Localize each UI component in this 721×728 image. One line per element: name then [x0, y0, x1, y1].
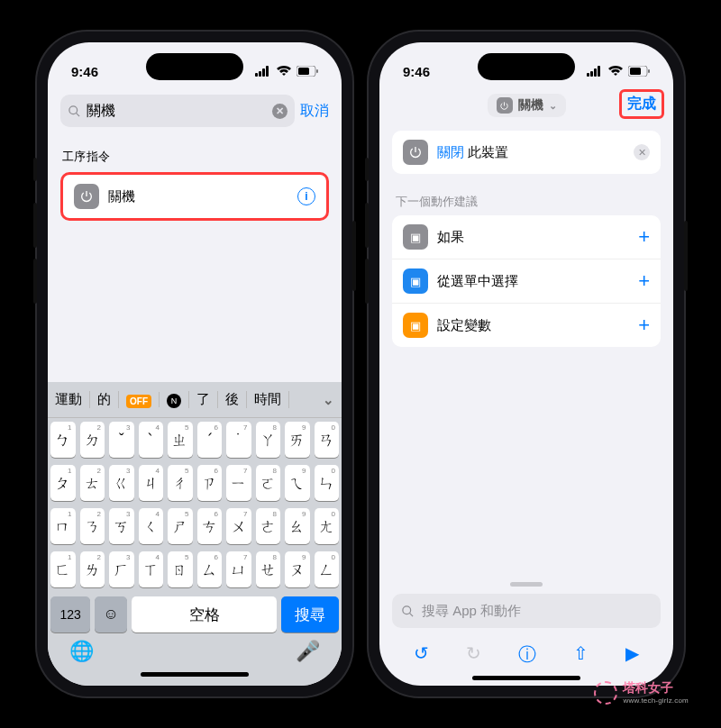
- key[interactable]: ㄩ7: [226, 551, 251, 587]
- info-button[interactable]: i: [297, 187, 315, 205]
- key[interactable]: ㄟ9: [285, 465, 310, 501]
- key[interactable]: ㄔ5: [168, 465, 193, 501]
- cancel-button[interactable]: 取消: [300, 102, 329, 121]
- key[interactable]: ㄖ5: [168, 551, 193, 587]
- key-123[interactable]: 123: [50, 596, 90, 632]
- dynamic-island: [146, 53, 243, 80]
- suggestion[interactable]: 運動: [48, 391, 90, 408]
- volume-down-button[interactable]: [33, 259, 37, 304]
- key[interactable]: ㄓ5: [168, 422, 193, 458]
- key[interactable]: ㄋ2: [80, 508, 105, 544]
- shortcut-title-button[interactable]: 關機 ⌄: [488, 94, 566, 117]
- suggestion[interactable]: 了: [189, 391, 218, 408]
- key-search[interactable]: 搜尋: [281, 596, 339, 632]
- volume-down-button[interactable]: [365, 259, 369, 304]
- action-card[interactable]: 關閉 此裝置 ✕: [392, 131, 661, 174]
- key[interactable]: ㄗ6: [197, 465, 223, 501]
- svg-line-4: [76, 113, 79, 116]
- key[interactable]: ㄌ2: [80, 551, 105, 587]
- key[interactable]: ㄈ1: [50, 551, 76, 587]
- key[interactable]: ㄝ8: [256, 551, 281, 587]
- home-indicator[interactable]: [472, 676, 580, 680]
- done-button[interactable]: 完成: [619, 89, 664, 119]
- key[interactable]: ㄞ9: [285, 422, 310, 458]
- power-icon: [403, 140, 428, 165]
- home-indicator[interactable]: [141, 672, 249, 677]
- key[interactable]: ㄤ0: [315, 508, 340, 544]
- key[interactable]: ˋ4: [139, 422, 164, 458]
- power-button[interactable]: [684, 221, 688, 291]
- run-button[interactable]: ▶: [625, 642, 639, 667]
- suggestion-list: ▣ 如果 +▣ 從選單中選擇 +▣ 設定變數 +: [392, 215, 661, 347]
- key[interactable]: ˇ3: [109, 422, 134, 458]
- key[interactable]: ㄐ4: [139, 465, 164, 501]
- key[interactable]: ㄧ7: [226, 465, 251, 501]
- key[interactable]: ㄡ9: [285, 551, 310, 587]
- expand-suggestions[interactable]: ⌄: [289, 392, 342, 408]
- key-emoji[interactable]: ☺: [95, 596, 127, 632]
- suggestion-bar: 運動 的 OFF N 了 後 時間 ⌄: [48, 382, 342, 418]
- suggestion-row[interactable]: ▣ 從選單中選擇 +: [392, 259, 661, 303]
- info-button[interactable]: ⓘ: [518, 642, 536, 667]
- mute-switch[interactable]: [365, 158, 369, 181]
- suggestion[interactable]: 時間: [247, 391, 289, 408]
- suggestion-row[interactable]: ▣ 設定變數 +: [392, 303, 661, 347]
- key[interactable]: ㄛ8: [256, 465, 281, 501]
- power-button[interactable]: [352, 221, 356, 291]
- suggestion[interactable]: N: [160, 391, 189, 408]
- globe-icon[interactable]: 🌐: [69, 640, 94, 663]
- status-time: 9:46: [71, 64, 98, 79]
- key[interactable]: ㄨ7: [226, 508, 251, 544]
- key[interactable]: ㄢ0: [315, 422, 340, 458]
- volume-up-button[interactable]: [33, 203, 37, 248]
- key[interactable]: ㄏ3: [109, 551, 134, 587]
- key[interactable]: ㄍ3: [109, 465, 134, 501]
- menu-icon: ▣: [403, 268, 428, 294]
- key[interactable]: ㄉ2: [80, 422, 105, 458]
- key[interactable]: ㄑ4: [139, 508, 164, 544]
- key[interactable]: ㄚ8: [256, 422, 281, 458]
- clear-search-button[interactable]: ✕: [272, 104, 287, 119]
- remove-action-button[interactable]: ✕: [634, 144, 650, 160]
- key-rows: ㄅ1ㄉ2ˇ3ˋ4ㄓ5ˊ6˙7ㄚ8ㄞ9ㄢ0 ㄆ1ㄊ2ㄍ3ㄐ4ㄔ5ㄗ6ㄧ7ㄛ8ㄟ9ㄣ…: [48, 418, 342, 596]
- key[interactable]: ㄙ6: [197, 551, 223, 587]
- search-input[interactable]: 關機 ✕: [60, 95, 295, 127]
- key[interactable]: ㄆ1: [50, 465, 76, 501]
- key[interactable]: ㄇ1: [50, 508, 76, 544]
- result-shutdown[interactable]: 關機 i: [60, 172, 329, 221]
- keyboard: 運動 的 OFF N 了 後 時間 ⌄ ㄅ1ㄉ2ˇ3ˋ4ㄓ5ˊ6˙7ㄚ8ㄞ9ㄢ0…: [48, 382, 342, 686]
- power-icon: [74, 184, 99, 209]
- undo-button[interactable]: ↺: [414, 642, 429, 667]
- mute-switch[interactable]: [33, 158, 37, 181]
- drawer-grabber[interactable]: [510, 582, 543, 587]
- key[interactable]: ㄣ0: [315, 465, 340, 501]
- key[interactable]: ㄥ0: [315, 551, 340, 587]
- suggestion[interactable]: OFF: [119, 392, 160, 407]
- share-button[interactable]: ⇧: [573, 642, 589, 667]
- key-space[interactable]: 空格: [132, 596, 277, 632]
- key[interactable]: ㄒ4: [139, 551, 164, 587]
- search-placeholder: 搜尋 App 和動作: [422, 603, 521, 620]
- shortcut-title: 關機: [518, 97, 543, 114]
- battery-icon: [297, 66, 318, 77]
- key[interactable]: ㄘ6: [197, 508, 223, 544]
- key[interactable]: ˙7: [226, 422, 251, 458]
- suggestion[interactable]: 後: [218, 391, 247, 408]
- add-action-button[interactable]: +: [638, 269, 650, 293]
- dynamic-island: [478, 53, 575, 80]
- mic-icon[interactable]: 🎤: [296, 640, 320, 663]
- key[interactable]: ㄊ2: [80, 465, 105, 501]
- add-action-button[interactable]: +: [638, 225, 650, 249]
- key[interactable]: ㄠ9: [285, 508, 310, 544]
- toolbar: ↺ ↻ ⓘ ⇧ ▶: [379, 637, 673, 670]
- volume-up-button[interactable]: [365, 203, 369, 248]
- add-action-button[interactable]: +: [638, 314, 650, 337]
- suggestion-row[interactable]: ▣ 如果 +: [392, 215, 661, 259]
- key[interactable]: ㄕ5: [168, 508, 193, 544]
- suggestion[interactable]: 的: [90, 391, 119, 408]
- key[interactable]: ㄎ3: [109, 508, 134, 544]
- key[interactable]: ㄜ8: [256, 508, 281, 544]
- key[interactable]: ㄅ1: [50, 422, 76, 458]
- key[interactable]: ˊ6: [197, 422, 223, 458]
- action-search-input[interactable]: 搜尋 App 和動作: [392, 594, 661, 628]
